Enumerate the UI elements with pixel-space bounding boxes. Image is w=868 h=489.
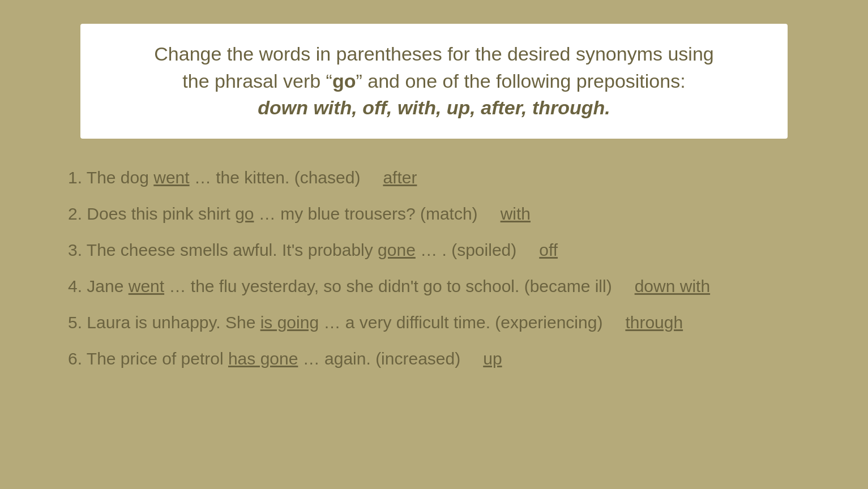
exercise-1-number: 1. The dog went … the kitten. (chased) (68, 168, 360, 187)
exercise-6-text: 6. The price of petrol has gone … again.… (68, 349, 460, 368)
exercise-3: 3. The cheese smells awful. It's probabl… (68, 241, 800, 260)
exercise-4-number: 4. Jane went … the flu yesterday, so she… (68, 277, 612, 295)
exercise-2-text: 2. Does this pink shirt go … my blue tro… (68, 204, 478, 224)
instruction-line1: Change the words in parentheses for the … (154, 43, 713, 65)
instruction-line2-suffix: ” and one of the following prepositions: (356, 70, 685, 92)
exercise-5-number: 5. Laura is unhappy. She is going … a ve… (68, 313, 602, 332)
exercise-1-answer: after (383, 168, 417, 187)
instruction-box: Change the words in parentheses for the … (79, 23, 789, 140)
instruction-text: Change the words in parentheses for the … (103, 41, 765, 122)
exercise-3-text: 3. The cheese smells awful. It's probabl… (68, 241, 516, 260)
exercise-5: 5. Laura is unhappy. She is going … a ve… (68, 313, 800, 332)
exercise-6-number: 6. The price of petrol has gone … again.… (68, 349, 460, 368)
exercise-5-answer: through (625, 313, 683, 332)
exercise-4-answer: down with (635, 277, 710, 296)
exercise-2: 2. Does this pink shirt go … my blue tro… (68, 204, 800, 224)
exercise-2-number: 2. Does this pink shirt go … my blue tro… (68, 204, 478, 223)
exercise-6-answer: up (483, 349, 502, 368)
exercise-5-text: 5. Laura is unhappy. She is going … a ve… (68, 313, 602, 332)
instruction-prepositions: down with, off, with, up, after, through… (258, 97, 610, 118)
exercises-container: 1. The dog went … the kitten. (chased) a… (34, 168, 834, 368)
instruction-line2-prefix: the phrasal verb “ (182, 70, 332, 92)
exercise-3-number: 3. The cheese smells awful. It's probabl… (68, 241, 516, 259)
instruction-go-word: go (332, 70, 356, 92)
exercise-3-answer: off (539, 241, 558, 260)
exercise-1-text: 1. The dog went … the kitten. (chased) (68, 168, 360, 187)
exercise-4-text: 4. Jane went … the flu yesterday, so she… (68, 277, 612, 296)
exercise-6: 6. The price of petrol has gone … again.… (68, 349, 800, 368)
exercise-2-answer: with (501, 204, 531, 224)
exercise-4: 4. Jane went … the flu yesterday, so she… (68, 277, 800, 296)
exercise-1: 1. The dog went … the kitten. (chased) a… (68, 168, 800, 187)
